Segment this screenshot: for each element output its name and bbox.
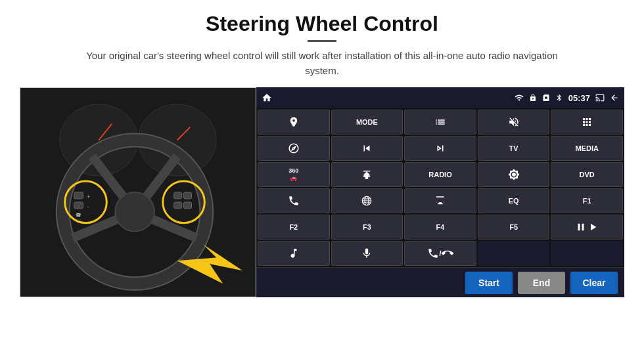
sim-icon [542, 94, 550, 102]
svg-rect-19 [174, 192, 182, 199]
btn-apps[interactable] [551, 110, 623, 135]
btn-f2[interactable]: F2 [258, 215, 330, 240]
svg-rect-22 [184, 202, 192, 209]
btn-f3[interactable]: F3 [331, 215, 403, 240]
back-icon [610, 93, 619, 102]
btn-mode[interactable]: MODE [331, 110, 403, 135]
btn-f1[interactable]: F1 [551, 188, 623, 213]
svg-rect-14 [74, 202, 83, 209]
btn-list[interactable] [404, 110, 476, 135]
btn-dvd[interactable]: DVD [551, 162, 623, 187]
svg-rect-21 [174, 202, 182, 209]
lock-icon [529, 94, 537, 102]
btn-tv[interactable]: TV [478, 136, 550, 161]
svg-point-11 [115, 192, 154, 232]
status-right: 05:37 [515, 93, 619, 103]
btn-f5[interactable]: F5 [478, 215, 550, 240]
status-time: 05:37 [568, 93, 590, 103]
svg-text:-: - [87, 203, 89, 209]
title-divider [308, 40, 336, 42]
svg-text:+: + [87, 194, 90, 200]
btn-360[interactable]: 360🚗 [258, 162, 330, 187]
btn-screen[interactable] [404, 188, 476, 213]
btn-phone-audio[interactable]: / [404, 241, 476, 266]
btn-compass[interactable] [258, 136, 330, 161]
end-button[interactable]: End [518, 272, 565, 294]
svg-rect-13 [74, 192, 83, 199]
home-icon [262, 93, 272, 103]
btn-eq[interactable]: EQ [478, 188, 550, 213]
btn-play-pause[interactable] [551, 215, 623, 240]
btn-media[interactable]: MEDIA [551, 136, 623, 161]
svg-rect-20 [184, 192, 192, 199]
start-button[interactable]: Start [465, 272, 513, 294]
btn-phone[interactable] [258, 188, 330, 213]
page-title: Steering Wheel Control [206, 12, 438, 36]
page-wrapper: Steering Wheel Control Your original car… [0, 0, 644, 357]
clear-button[interactable]: Clear [570, 272, 618, 294]
svg-text:☎: ☎ [76, 213, 81, 217]
btn-radio[interactable]: RADIO [404, 162, 476, 187]
btn-brightness[interactable] [478, 162, 550, 187]
subtitle: Your original car's steering wheel contr… [79, 49, 565, 78]
btn-music[interactable] [258, 241, 330, 266]
btn-nav[interactable] [258, 110, 330, 135]
btn-f4[interactable]: F4 [404, 215, 476, 240]
cast-icon [595, 93, 605, 102]
btn-eject[interactable] [331, 162, 403, 187]
btn-empty-1 [478, 241, 550, 266]
button-grid: MODE [256, 108, 624, 267]
btn-browser[interactable] [331, 188, 403, 213]
action-bar: Start End Clear [256, 267, 624, 297]
btn-prev[interactable] [331, 136, 403, 161]
status-bar: 05:37 [256, 87, 624, 108]
btn-empty-2 [551, 241, 623, 266]
btn-next[interactable] [404, 136, 476, 161]
btn-mic[interactable] [331, 241, 403, 266]
btn-mute[interactable] [478, 110, 550, 135]
steering-wheel-image: + - ☎ [20, 87, 256, 297]
status-left [262, 93, 272, 103]
control-panel: 05:37 MODE [256, 87, 624, 297]
wifi-icon [515, 93, 524, 102]
bluetooth-icon [555, 94, 563, 102]
content-row: + - ☎ [20, 87, 624, 297]
